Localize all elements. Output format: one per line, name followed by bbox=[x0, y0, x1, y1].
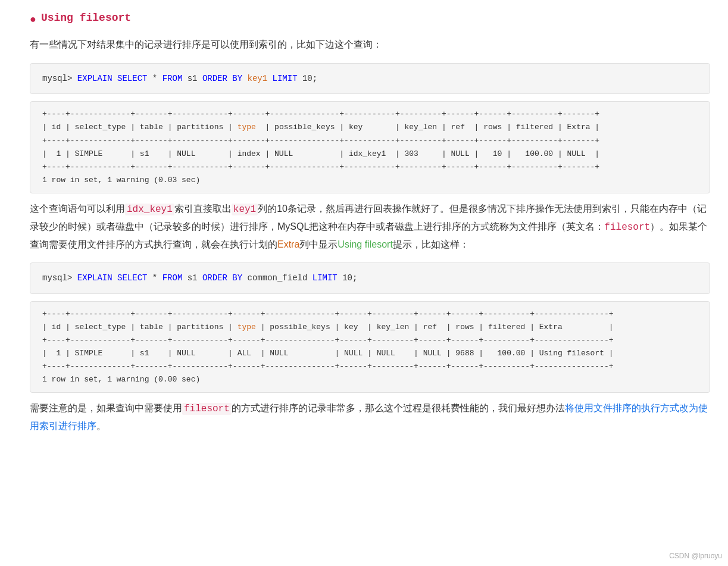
sql-select-2: SELECT bbox=[117, 273, 147, 283]
section-title: Using filesort bbox=[41, 12, 131, 24]
exp-idx-key1: idx_key1 bbox=[125, 204, 174, 215]
sql-table-2: s1 bbox=[182, 273, 202, 283]
sql-keywords-2: EXPLAIN bbox=[72, 273, 117, 283]
sql-orderby-1: ORDER BY bbox=[202, 74, 242, 83]
exp-part2: 索引直接取出 bbox=[174, 204, 232, 214]
sql-prompt-1: mysql> bbox=[42, 74, 72, 83]
exp-filesort: filesort bbox=[604, 222, 650, 233]
code-block-1: mysql> EXPLAIN SELECT * FROM s1 ORDER BY… bbox=[30, 63, 710, 94]
note-part1: 需要注意的是，如果查询中需要使用 bbox=[30, 403, 182, 413]
sql-select-1: SELECT bbox=[117, 74, 147, 83]
bullet-dot: ● bbox=[30, 12, 36, 27]
exp-extra: Extra bbox=[277, 239, 299, 249]
exp-part1: 这个查询语句可以利用 bbox=[30, 204, 125, 214]
exp-key1: key1 bbox=[232, 204, 258, 215]
sql-keywords-1: EXPLAIN bbox=[72, 74, 117, 83]
bullet-item-using-filesort: ● Using filesort bbox=[30, 12, 710, 27]
sql-limit-1: LIMIT bbox=[273, 74, 298, 83]
note-part2: 的方式进行排序的记录非常多，那么这个过程是很耗费性能的，我们最好想办法 bbox=[232, 403, 565, 413]
intro-text: 有一些情况下对结果集中的记录进行排序是可以使用到索引的，比如下边这个查询： bbox=[30, 36, 710, 54]
note-filesort: filesort bbox=[182, 403, 232, 415]
sql-star-1: * bbox=[147, 74, 162, 83]
result-table-2: +----+-------------+-------+------------… bbox=[30, 301, 710, 393]
sql-limit-val-2: 10; bbox=[338, 273, 358, 283]
code-block-2: mysql> EXPLAIN SELECT * FROM s1 ORDER BY… bbox=[30, 262, 710, 293]
explanation-text: 这个查询语句可以利用idx_key1索引直接取出key1列的10条记录，然后再进… bbox=[30, 201, 710, 253]
sql-from-1: FROM bbox=[163, 74, 183, 83]
sql-star-2: * bbox=[147, 273, 162, 283]
exp-part5: 列中显示 bbox=[299, 239, 338, 249]
exp-using-filesort: Using filesort bbox=[338, 239, 392, 249]
sql-from-2: FROM bbox=[163, 273, 183, 283]
result-table-1: +----+-------------+-------+------------… bbox=[30, 101, 710, 193]
sql-limit-val-1: 10; bbox=[298, 74, 318, 83]
sql-key1: key1 bbox=[242, 74, 272, 83]
note-part3: 。 bbox=[96, 421, 106, 431]
sql-table-1: s1 bbox=[182, 74, 202, 83]
sql-prompt-2: mysql> bbox=[42, 273, 72, 283]
sql-orderby-2: ORDER BY bbox=[202, 273, 242, 283]
exp-part6: 提示，比如这样： bbox=[393, 239, 469, 249]
sql-limit-2: LIMIT bbox=[313, 273, 338, 283]
sql-common-field: common_field bbox=[242, 273, 313, 283]
note-text: 需要注意的是，如果查询中需要使用filesort的方式进行排序的记录非常多，那么… bbox=[30, 400, 710, 435]
